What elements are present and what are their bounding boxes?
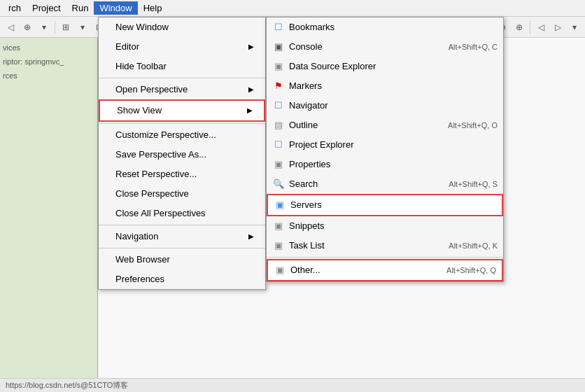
menubar-project[interactable]: Project <box>27 1 66 15</box>
submenu-bookmarks[interactable]: ☐ Bookmarks <box>267 18 503 37</box>
submenu-task-list[interactable]: ▣ Task List Alt+Shift+Q, K <box>267 236 503 255</box>
project-explorer-icon: ☐ <box>272 139 285 150</box>
submenu-search[interactable]: 🔍 Search Alt+Shift+Q, S <box>267 174 503 194</box>
menu-sep-1 <box>99 78 265 78</box>
markers-icon: ⚑ <box>272 80 285 92</box>
menu-open-perspective[interactable]: Open Perspective ▶ <box>99 80 265 99</box>
menu-navigation[interactable]: Navigation ▶ <box>99 227 265 246</box>
menu-new-window[interactable]: New Window <box>99 18 265 37</box>
submenu-properties[interactable]: ▣ Properties <box>267 155 503 174</box>
toolbar-btn-2[interactable]: ⊕ <box>20 20 35 35</box>
submenu-navigator[interactable]: ☐ Navigator <box>267 96 503 115</box>
toolbar-btn-15[interactable]: ▷ <box>550 20 565 35</box>
submenu-snippets[interactable]: ▣ Snippets <box>267 216 503 236</box>
left-panel-text-3: rces <box>3 69 94 83</box>
search-icon: 🔍 <box>272 178 285 190</box>
toolbar-btn-4[interactable]: ⊞ <box>58 20 73 35</box>
menu-preferences[interactable]: Preferences <box>99 270 265 289</box>
toolbar-btn-16[interactable]: ▾ <box>567 20 582 35</box>
console-icon: ▣ <box>272 41 285 52</box>
outline-icon: ▤ <box>272 120 285 131</box>
menu-sep-3 <box>99 225 265 225</box>
statusbar: https://blog.csdn.net/s@51CTO博客 <box>0 378 585 392</box>
toolbar-btn-5[interactable]: ▾ <box>75 20 90 35</box>
left-panel-text-2: riptor: springmvc_ <box>3 55 94 69</box>
submenu-other[interactable]: ▣ Other... Alt+Shift+Q, Q <box>267 259 503 281</box>
showview-submenu[interactable]: ☐ Bookmarks ▣ Console Alt+Shift+Q, C ▣ D… <box>266 17 504 282</box>
menu-close-all-perspectives[interactable]: Close All Perspectives <box>99 204 265 223</box>
servers-icon: ▣ <box>274 200 286 211</box>
toolbar-btn-1[interactable]: ◁ <box>3 20 18 35</box>
menu-editor[interactable]: Editor ▶ <box>99 37 265 57</box>
ide-background: rch Project Run Window Help ◁ ⊕ ▾ ⊞ ▾ ⊡ … <box>0 0 585 392</box>
menu-sep-2 <box>99 123 265 124</box>
submenu-servers[interactable]: ▣ Servers <box>267 194 503 216</box>
menu-customize-perspective[interactable]: Customize Perspective... <box>99 125 265 145</box>
snippets-icon: ▣ <box>272 220 285 232</box>
menu-close-perspective[interactable]: Close Perspective <box>99 184 265 204</box>
toolbar-sep-3 <box>530 21 530 34</box>
datasource-icon: ▣ <box>272 61 285 72</box>
toolbar-btn-3[interactable]: ▾ <box>36 20 52 35</box>
submenu-data-source-explorer[interactable]: ▣ Data Source Explorer <box>267 57 503 76</box>
menu-sep-4 <box>99 248 265 248</box>
statusbar-url: https://blog.csdn.net/s@51CTO博客 <box>6 380 128 391</box>
bookmarks-icon: ☐ <box>272 22 285 33</box>
menubar-window[interactable]: Window <box>94 1 137 15</box>
menubar: rch Project Run Window Help <box>0 0 585 17</box>
editor-arrow: ▶ <box>248 40 254 54</box>
properties-icon: ▣ <box>272 159 285 170</box>
toolbar-sep-1 <box>55 21 55 34</box>
submenu-markers[interactable]: ⚑ Markers <box>267 76 503 96</box>
submenu-console[interactable]: ▣ Console Alt+Shift+Q, C <box>267 37 503 57</box>
navigation-arrow: ▶ <box>248 230 254 244</box>
open-perspective-arrow: ▶ <box>248 83 254 97</box>
menubar-run[interactable]: Run <box>66 1 94 15</box>
menu-web-browser[interactable]: Web Browser <box>99 250 265 270</box>
navigator-icon: ☐ <box>272 100 285 111</box>
show-view-arrow: ▶ <box>247 104 253 118</box>
window-menu[interactable]: New Window Editor ▶ Hide Toolbar Open Pe… <box>98 17 266 290</box>
menu-show-view[interactable]: Show View ▶ <box>99 99 265 122</box>
other-icon: ▣ <box>274 265 286 276</box>
left-panel: vices riptor: springmvc_ rces <box>0 38 98 392</box>
menu-reset-perspective[interactable]: Reset Perspective... <box>99 164 265 184</box>
menubar-help[interactable]: Help <box>138 1 168 15</box>
submenu-project-explorer[interactable]: ☐ Project Explorer <box>267 135 503 155</box>
left-panel-text-1: vices <box>3 41 94 55</box>
toolbar-btn-13[interactable]: ⊕ <box>512 20 527 35</box>
submenu-outline[interactable]: ▤ Outline Alt+Shift+Q, O <box>267 115 503 135</box>
submenu-sep <box>267 257 503 258</box>
toolbar-btn-14[interactable]: ◁ <box>533 20 549 35</box>
menu-save-perspective-as[interactable]: Save Perspective As... <box>99 145 265 164</box>
tasklist-icon: ▣ <box>272 240 285 251</box>
menu-hide-toolbar[interactable]: Hide Toolbar <box>99 57 265 76</box>
menubar-search[interactable]: rch <box>3 1 27 15</box>
